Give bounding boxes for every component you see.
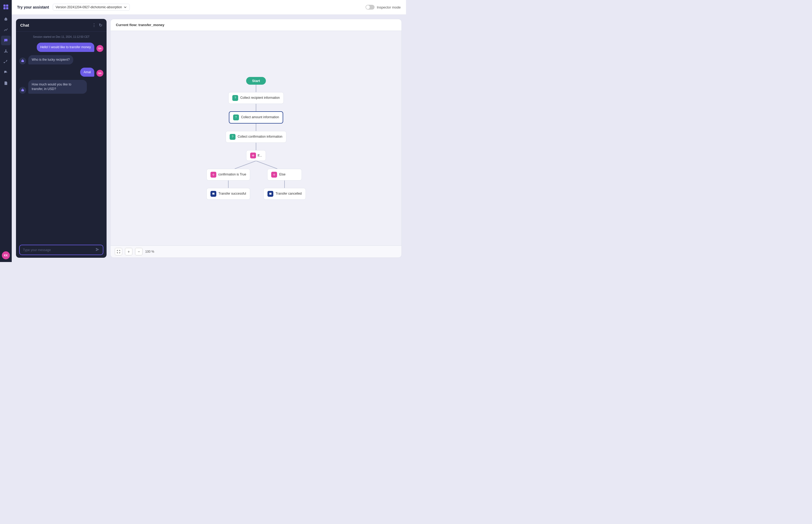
connector xyxy=(284,181,285,188)
bot-icon xyxy=(19,58,26,64)
message-row: How much would you like to transfer, in … xyxy=(19,80,104,94)
connector xyxy=(256,143,256,150)
condition-icon xyxy=(210,172,216,178)
flow-node-collect-confirmation[interactable]: ? Collect confirmation information xyxy=(226,131,286,143)
chat-panel: Chat ⋮ ↻ Session started on Dec 11, 2024… xyxy=(16,19,107,258)
if-label: If... xyxy=(258,154,262,157)
svg-rect-4 xyxy=(4,18,7,20)
node-label: Transfer cancelled xyxy=(275,192,302,196)
message-row: Hello! I would like to transfer money SA xyxy=(19,43,104,52)
version-label: Version 20241204-0927-dichotomic-absorpt… xyxy=(56,5,122,9)
flow-footer: + − 100 % xyxy=(111,245,401,258)
bot-icon xyxy=(19,87,26,94)
page-title: Try your assistant xyxy=(17,5,49,9)
svg-line-24 xyxy=(256,161,277,169)
fullscreen-button[interactable] xyxy=(115,248,122,255)
flow-node-collect-recipient[interactable]: ? Collect recipient information xyxy=(228,92,284,104)
send-button[interactable] xyxy=(95,247,100,252)
sidebar-item-analytics[interactable] xyxy=(1,25,11,35)
more-options-icon[interactable]: ⋮ xyxy=(92,23,96,28)
session-label: Session started on Dec 11, 2024, 11:12:5… xyxy=(19,35,104,38)
user-avatar: SA xyxy=(96,70,104,77)
question-icon: ? xyxy=(232,95,238,101)
sidebar-item-org[interactable] xyxy=(1,46,11,56)
if-icon xyxy=(250,152,256,159)
flow-node-condition-true[interactable]: confirmation is True xyxy=(206,169,251,181)
version-dropdown[interactable]: Version 20241204-0927-dichotomic-absorpt… xyxy=(53,4,130,11)
zoom-out-button[interactable]: − xyxy=(135,248,143,255)
svg-rect-20 xyxy=(22,89,23,89)
node-label: Transfer successful xyxy=(219,192,246,196)
message-text: Amal xyxy=(84,70,91,74)
zoom-level: 100 % xyxy=(145,250,154,253)
inspector-mode-toggle[interactable]: Inspector mode xyxy=(366,5,401,10)
chat-input-box xyxy=(19,245,104,255)
avatar-initials: SA xyxy=(98,47,102,50)
flow-node-transfer-cancelled[interactable]: Transfer cancelled xyxy=(264,188,306,200)
sidebar-logo xyxy=(2,3,10,11)
node-label: Collect amount information xyxy=(241,115,279,119)
flow-panel: Current flow: transfer_money Start xyxy=(110,19,402,258)
chat-messages: Session started on Dec 11, 2024, 11:12:5… xyxy=(16,32,107,242)
flow-node-if[interactable]: If... xyxy=(246,150,266,161)
svg-rect-16 xyxy=(22,60,23,60)
svg-point-17 xyxy=(22,61,22,62)
question-icon: ? xyxy=(233,114,239,120)
chat-header-actions: ⋮ ↻ xyxy=(92,23,102,28)
message-icon xyxy=(210,191,216,197)
flow-node-else[interactable]: Else xyxy=(267,169,302,181)
flow-name: transfer_money xyxy=(139,23,165,27)
message-text: Hello! I would like to transfer money xyxy=(40,45,91,49)
svg-line-23 xyxy=(235,161,256,169)
flow-content: Start ? Collect recipient information xyxy=(111,31,401,245)
svg-rect-0 xyxy=(3,4,5,7)
svg-rect-5 xyxy=(5,18,6,18)
svg-rect-15 xyxy=(21,60,24,62)
node-label: Else xyxy=(279,173,285,177)
start-label: Start xyxy=(246,77,266,85)
flow-header-prefix: Current flow: xyxy=(116,23,139,27)
sidebar-item-tools[interactable] xyxy=(1,57,11,67)
svg-rect-9 xyxy=(5,51,6,52)
svg-point-8 xyxy=(5,50,6,51)
svg-point-7 xyxy=(6,19,7,20)
node-label: Collect confirmation information xyxy=(238,135,282,139)
connector xyxy=(256,124,256,131)
svg-rect-3 xyxy=(6,7,8,9)
content-area: Chat ⋮ ↻ Session started on Dec 11, 2024… xyxy=(12,15,406,262)
chat-header: Chat ⋮ ↻ xyxy=(16,19,107,32)
sidebar: KK xyxy=(0,0,12,262)
connector xyxy=(256,104,256,111)
svg-point-21 xyxy=(22,90,22,91)
svg-point-18 xyxy=(23,61,23,62)
chat-input[interactable] xyxy=(23,248,93,252)
flow-node-collect-amount[interactable]: ? Collect amount information xyxy=(229,111,284,124)
toggle-track[interactable] xyxy=(366,5,375,10)
message-text: Who is the lucky recipient? xyxy=(32,58,70,62)
svg-point-6 xyxy=(5,19,5,20)
main-area: Try your assistant Version 20241204-0927… xyxy=(12,0,406,262)
connector xyxy=(228,181,228,188)
message-row: Amal SA xyxy=(19,68,104,77)
sidebar-item-talk[interactable] xyxy=(1,68,11,77)
user-bubble: Amal xyxy=(80,68,94,77)
svg-point-22 xyxy=(23,90,23,91)
flow-node-transfer-successful[interactable]: Transfer successful xyxy=(206,188,250,200)
else-icon xyxy=(271,172,277,178)
sidebar-item-chat[interactable] xyxy=(1,36,11,45)
message-row: Who is the lucky recipient? xyxy=(19,55,104,64)
sidebar-item-files[interactable] xyxy=(1,78,11,88)
user-bubble: Hello! I would like to transfer money xyxy=(37,43,94,52)
connector xyxy=(256,85,256,92)
avatar-initials: SA xyxy=(98,72,102,75)
refresh-icon[interactable]: ↻ xyxy=(99,23,102,28)
zoom-in-button[interactable]: + xyxy=(125,248,132,255)
user-avatar: SA xyxy=(96,45,104,52)
avatar[interactable]: KK xyxy=(2,251,10,259)
svg-rect-2 xyxy=(3,7,5,9)
flow-node-start[interactable]: Start xyxy=(246,77,266,85)
sidebar-item-bot[interactable] xyxy=(1,14,11,24)
svg-point-11 xyxy=(5,52,6,53)
branch-right: Else Tra xyxy=(264,169,306,200)
branch-area: confirmation is True xyxy=(206,161,306,200)
